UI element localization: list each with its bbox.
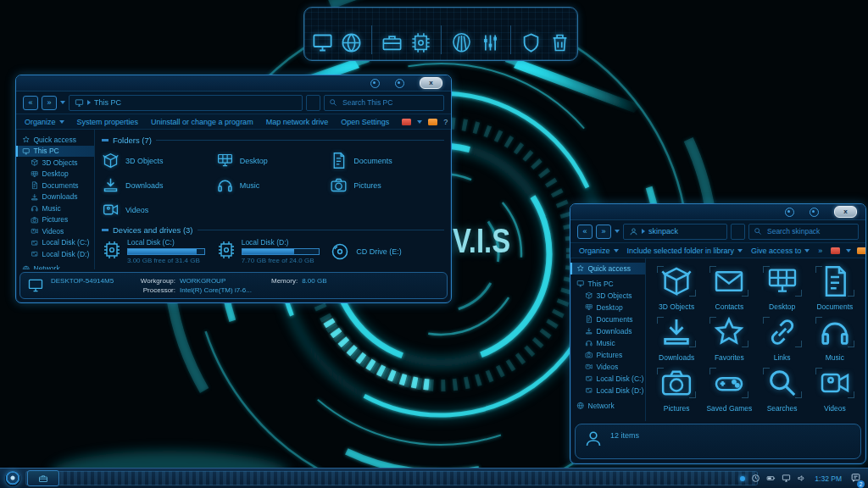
more-commands-button[interactable]: » (818, 247, 822, 255)
close-button[interactable]: x (420, 77, 442, 89)
views-dropdown-icon[interactable] (846, 249, 851, 252)
network-globe-icon[interactable] (340, 31, 363, 54)
breadcrumb[interactable]: This PC (69, 95, 303, 111)
folder-item-videos[interactable]: Videos (102, 197, 216, 222)
sidebar-item-documents[interactable]: Documents (16, 180, 94, 191)
sidebar-item-local-disk-c[interactable]: Local Disk (C:) (16, 237, 94, 249)
refresh-button[interactable] (731, 224, 745, 240)
fan-shell-icon[interactable] (450, 31, 473, 54)
back-button[interactable]: « (577, 225, 593, 239)
clock-tray-icon[interactable] (751, 474, 760, 483)
search-input[interactable] (765, 226, 854, 236)
sidebar-item-local-disk-d[interactable]: Local Disk (D:) (570, 385, 645, 396)
sidebar-item-local-disk-c[interactable]: Local Disk (C:) (570, 373, 645, 385)
display-tray-icon[interactable] (782, 474, 791, 483)
taskbar-item-file-explorer[interactable] (27, 470, 59, 486)
sidebar-item-downloads[interactable]: Downloads (570, 325, 645, 337)
history-dropdown-icon[interactable] (615, 230, 620, 233)
sidebar-item-local-disk-d[interactable]: Local Disk (D:) (16, 248, 94, 260)
sidebar-item-documents[interactable]: Documents (570, 313, 645, 325)
sidebar-item-pictures[interactable]: Pictures (570, 349, 645, 361)
grid-item-desktop[interactable]: Desktop (756, 263, 809, 311)
sidebar-item-music[interactable]: Music (16, 202, 94, 214)
breadcrumb-caret-icon (87, 100, 91, 105)
volume-icon[interactable] (797, 474, 806, 483)
clock-time[interactable]: 1:32 PM (812, 474, 844, 483)
sidebar-item-3d-objects[interactable]: 3D Objects (570, 290, 645, 302)
map-network-drive-button[interactable]: Map network drive (266, 118, 329, 126)
preview-pane-icon[interactable] (428, 119, 437, 125)
help-button[interactable]: ? (443, 118, 448, 126)
drive-item-local-disk-d[interactable]: Local Disk (D:) 7.70 GB free of 24.0 GB (216, 238, 331, 264)
sidebar-item-network[interactable]: Network (16, 263, 94, 270)
folder-item-documents[interactable]: Documents (330, 148, 444, 173)
system-properties-button[interactable]: System properties (77, 118, 139, 126)
sidebar-item-desktop[interactable]: Desktop (570, 302, 645, 313)
give-access-menu[interactable]: Give access to (751, 247, 810, 255)
views-dropdown-icon[interactable] (417, 120, 422, 124)
section-header-folders[interactable]: Folders (7) (102, 136, 444, 145)
sidebar-item-downloads[interactable]: Downloads (16, 191, 94, 203)
sidebar-item-this-pc[interactable]: This PC (16, 146, 94, 158)
sidebar-item-quick-access[interactable]: Quick access (16, 134, 94, 146)
start-button[interactable] (5, 471, 20, 486)
sidebar-item-videos[interactable]: Videos (16, 225, 94, 237)
hardware-chip-icon[interactable] (409, 31, 432, 54)
close-button[interactable]: x (834, 206, 857, 218)
security-shield-icon[interactable] (520, 31, 542, 54)
show-hidden-icons-button[interactable] (740, 476, 745, 481)
breadcrumb[interactable]: skinpack (623, 224, 727, 240)
display-icon[interactable] (311, 31, 334, 54)
folder-item-pictures[interactable]: Pictures (330, 173, 444, 197)
section-header-devices[interactable]: Devices and drives (3) (102, 225, 444, 235)
grid-item-favorites[interactable]: Favorites (703, 313, 755, 362)
search-input[interactable] (341, 97, 439, 108)
sidebar-item-music[interactable]: Music (570, 337, 645, 349)
settings-sliders-icon[interactable] (479, 31, 502, 54)
forward-button[interactable]: » (596, 225, 611, 239)
grid-item-documents[interactable]: Documents (809, 263, 861, 311)
organize-menu[interactable]: Organize (579, 247, 619, 255)
grid-item-videos[interactable]: Videos (809, 364, 861, 413)
drive-item-local-disk-c[interactable]: Local Disk (C:) 3.00 GB free of 31.4 GB (102, 238, 216, 264)
sidebar-item-pictures[interactable]: Pictures (16, 214, 94, 226)
folder-item-music[interactable]: Music (216, 173, 331, 197)
battery-icon[interactable] (766, 474, 776, 483)
minimize-button[interactable] (785, 208, 794, 217)
open-settings-button[interactable]: Open Settings (341, 118, 389, 126)
drive-item-cd-drive-e[interactable]: CD Drive (E:) (330, 238, 444, 264)
change-view-icon[interactable] (831, 247, 840, 254)
sidebar-item-this-pc[interactable]: This PC (570, 278, 645, 290)
grid-item-contacts[interactable]: Contacts (703, 263, 755, 311)
change-view-icon[interactable] (402, 119, 411, 125)
folder-item-3d-objects[interactable]: 3D Objects (102, 148, 216, 173)
grid-item-3d-objects[interactable]: 3D Objects (650, 263, 703, 311)
include-in-library-menu[interactable]: Include selected folder in library (627, 247, 743, 255)
sidebar-item-quick-access[interactable]: Quick access (570, 263, 645, 274)
grid-item-searches[interactable]: Searches (756, 364, 809, 413)
folder-item-desktop[interactable]: Desktop (216, 148, 331, 173)
grid-item-downloads[interactable]: Downloads (650, 313, 703, 362)
preview-pane-icon[interactable] (857, 247, 866, 254)
forward-button[interactable]: » (42, 96, 57, 110)
refresh-button[interactable] (306, 95, 320, 111)
notification-center-button[interactable]: 2 (850, 471, 861, 486)
recycle-bin-icon[interactable] (548, 31, 571, 54)
grid-item-pictures[interactable]: Pictures (650, 364, 703, 413)
documents-icon[interactable] (381, 31, 403, 54)
sidebar-item-desktop[interactable]: Desktop (16, 169, 94, 180)
folder-item-downloads[interactable]: Downloads (102, 173, 216, 197)
grid-item-links[interactable]: Links (756, 313, 809, 362)
back-button[interactable]: « (23, 96, 38, 110)
grid-item-music[interactable]: Music (809, 313, 861, 362)
sidebar-item-network[interactable]: Network (570, 400, 645, 412)
organize-menu[interactable]: Organize (25, 118, 64, 126)
history-dropdown-icon[interactable] (60, 101, 65, 104)
uninstall-program-button[interactable]: Uninstall or change a program (151, 118, 253, 126)
minimize-button[interactable] (370, 79, 380, 88)
sidebar-item-videos[interactable]: Videos (570, 361, 645, 373)
grid-item-saved-games[interactable]: Saved Games (703, 364, 755, 413)
maximize-button[interactable] (810, 208, 819, 217)
sidebar-item-3d-objects[interactable]: 3D Objects (16, 157, 94, 169)
maximize-button[interactable] (395, 79, 404, 88)
